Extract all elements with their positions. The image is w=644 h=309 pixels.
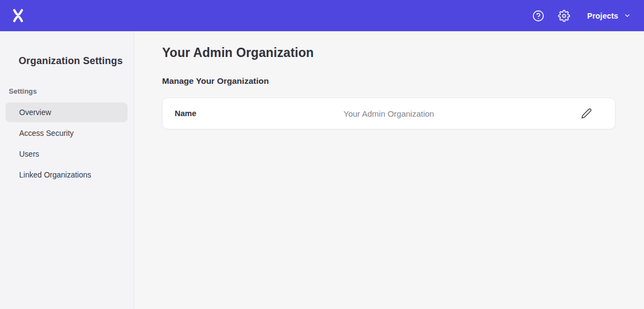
sidebar-item-users[interactable]: Users bbox=[5, 144, 128, 164]
org-settings-button[interactable] bbox=[558, 10, 570, 22]
sidebar-item-overview[interactable]: Overview bbox=[5, 102, 128, 122]
top-nav-bar: Projects bbox=[0, 0, 644, 31]
sidebar-section-label: Settings bbox=[9, 87, 134, 95]
chevron-down-icon bbox=[624, 12, 631, 19]
mixpanel-logo[interactable] bbox=[11, 8, 25, 23]
org-name-card: Name Your Admin Organization bbox=[162, 98, 616, 129]
sidebar-nav: Overview Access Security Users Linked Or… bbox=[0, 102, 134, 185]
projects-menu-label: Projects bbox=[587, 12, 618, 20]
main-content: Your Admin Organization Manage Your Orga… bbox=[134, 31, 644, 309]
sidebar-item-label: Linked Organizations bbox=[19, 170, 91, 179]
name-field-value: Your Admin Organization bbox=[343, 109, 434, 118]
gear-icon bbox=[558, 10, 570, 22]
section-title: Manage Your Organization bbox=[162, 76, 616, 86]
sidebar-item-label: Users bbox=[19, 150, 39, 158]
mixpanel-x-icon bbox=[11, 8, 25, 23]
projects-menu-button[interactable]: Projects bbox=[587, 12, 631, 20]
top-nav-actions: Projects bbox=[532, 10, 631, 22]
sidebar-item-label: Access Security bbox=[19, 129, 74, 138]
page-title: Your Admin Organization bbox=[162, 45, 616, 60]
app-window: Projects Organization Settings Settings … bbox=[0, 0, 644, 309]
sidebar: Organization Settings Settings Overview … bbox=[0, 31, 134, 309]
pencil-icon bbox=[581, 108, 592, 119]
edit-name-button[interactable] bbox=[581, 108, 592, 119]
sidebar-item-linked-organizations[interactable]: Linked Organizations bbox=[5, 165, 128, 185]
name-field-label: Name bbox=[175, 109, 197, 118]
help-circle-icon bbox=[532, 10, 544, 22]
page-body: Organization Settings Settings Overview … bbox=[0, 31, 644, 309]
sidebar-item-access-security[interactable]: Access Security bbox=[5, 123, 128, 143]
sidebar-item-label: Overview bbox=[19, 108, 51, 117]
help-button[interactable] bbox=[532, 10, 544, 22]
sidebar-title: Organization Settings bbox=[0, 55, 134, 67]
